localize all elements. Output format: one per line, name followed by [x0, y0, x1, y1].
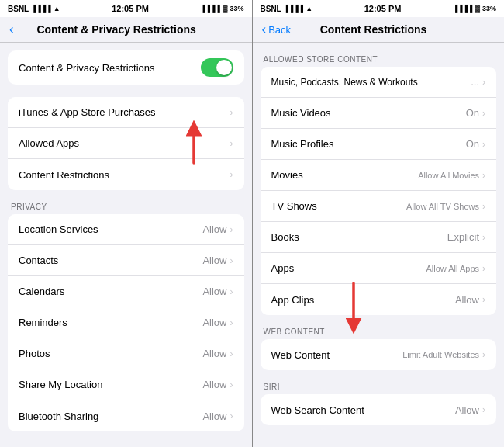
allowed-apps-label: Allowed Apps	[19, 137, 230, 149]
right-battery-icon: ▓	[475, 5, 480, 12]
movies-chevron-icon: ›	[482, 170, 485, 181]
right-signal2-icon: ▐▐▐▐	[453, 5, 473, 12]
share-location-row[interactable]: Share My Location Allow ›	[8, 369, 244, 400]
content-restrictions-chevron-icon: ›	[230, 169, 233, 180]
right-carrier: BSNL	[261, 5, 281, 13]
main-items-group: iTunes & App Store Purchases › Allowed A…	[8, 97, 244, 190]
music-videos-value: On	[466, 107, 479, 119]
music-podcasts-value: ...	[471, 76, 479, 88]
music-profiles-row[interactable]: Music Profiles On ›	[261, 129, 497, 160]
content-restrictions-row[interactable]: Content Restrictions ›	[8, 159, 244, 190]
left-battery-icon: ▓	[223, 5, 228, 12]
photos-label: Photos	[19, 348, 202, 359]
itunes-chevron-icon: ›	[230, 107, 233, 118]
tv-shows-value: Allow All TV Shows	[406, 202, 479, 211]
web-search-value: Allow	[455, 404, 479, 416]
left-carrier: BSNL	[8, 5, 29, 13]
contacts-chevron-icon: ›	[230, 255, 233, 266]
music-videos-row[interactable]: Music Videos On ›	[261, 98, 497, 129]
apps-row[interactable]: Apps Allow All Apps ›	[261, 253, 497, 284]
web-content-row[interactable]: Web Content Limit Adult Websites ›	[261, 339, 497, 370]
left-status-bar: BSNL ▐▐▐▐ ▲ 12:05 PM ▐▐▐▐ ▓ 33%	[0, 0, 252, 17]
movies-value: Allow All Movies	[418, 171, 479, 180]
web-content-title: WEB CONTENT	[253, 327, 505, 339]
web-content-chevron-icon: ›	[482, 349, 485, 360]
calendars-label: Calendars	[19, 286, 202, 297]
right-wifi-icon: ▲	[306, 5, 312, 12]
location-chevron-icon: ›	[230, 224, 233, 235]
allowed-store-section: ALLOWED STORE CONTENT Music, Podcasts, N…	[253, 55, 505, 315]
contacts-row[interactable]: Contacts Allow ›	[8, 245, 244, 276]
main-items-section: iTunes & App Store Purchases › Allowed A…	[0, 97, 252, 190]
right-status-left: BSNL ▐▐▐▐ ▲	[261, 5, 313, 13]
calendars-row[interactable]: Calendars Allow ›	[8, 276, 244, 307]
left-panel: BSNL ▐▐▐▐ ▲ 12:05 PM ▐▐▐▐ ▓ 33% ‹ Conten…	[0, 0, 252, 447]
photos-value: Allow	[202, 348, 226, 359]
music-podcasts-label: Music, Podcasts, News & Workouts	[271, 77, 471, 88]
books-row[interactable]: Books Explicit ›	[261, 222, 497, 253]
bluetooth-value: Allow	[202, 411, 226, 422]
photos-row[interactable]: Photos Allow ›	[8, 338, 244, 369]
bluetooth-row[interactable]: Bluetooth Sharing Allow ›	[8, 400, 244, 431]
right-signal-icon: ▐▐▐▐	[284, 5, 304, 12]
left-scroll: Content & Privacy Restrictions iTunes & …	[0, 43, 252, 447]
location-row[interactable]: Location Services Allow ›	[8, 214, 244, 245]
apps-chevron-icon: ›	[482, 263, 485, 274]
reminders-row[interactable]: Reminders Allow ›	[8, 307, 244, 338]
content-restrictions-label: Content Restrictions	[19, 169, 230, 181]
books-chevron-icon: ›	[482, 232, 485, 243]
movies-row[interactable]: Movies Allow All Movies ›	[261, 160, 497, 191]
contacts-value: Allow	[202, 255, 226, 266]
web-content-label: Web Content	[271, 349, 403, 361]
location-label: Location Services	[19, 224, 202, 235]
books-value: Explicit	[447, 231, 479, 243]
share-location-value: Allow	[202, 379, 226, 390]
allowed-apps-row[interactable]: Allowed Apps ›	[8, 128, 244, 159]
music-podcasts-chevron-icon: ›	[482, 77, 485, 88]
apps-value: Allow All Apps	[426, 264, 479, 273]
music-profiles-label: Music Profiles	[271, 138, 466, 150]
share-location-chevron-icon: ›	[230, 379, 233, 390]
left-status-right: ▐▐▐▐ ▓ 33%	[200, 5, 243, 12]
web-search-row[interactable]: Web Search Content Allow ›	[261, 394, 497, 425]
content-privacy-toggle[interactable]	[201, 58, 233, 77]
music-profiles-chevron-icon: ›	[482, 139, 485, 150]
right-panel: BSNL ▐▐▐▐ ▲ 12:05 PM ▐▐▐▐ ▓ 33% ‹ Back C…	[253, 0, 505, 447]
web-content-group: Web Content Limit Adult Websites ›	[261, 339, 497, 370]
right-scroll: ALLOWED STORE CONTENT Music, Podcasts, N…	[253, 43, 505, 447]
photos-chevron-icon: ›	[230, 348, 233, 359]
web-content-value: Limit Adult Websites	[402, 350, 479, 359]
tv-shows-row[interactable]: TV Shows Allow All TV Shows ›	[261, 191, 497, 222]
bluetooth-chevron-icon: ›	[230, 411, 233, 421]
left-signal-icon: ▐▐▐▐	[31, 5, 51, 12]
right-nav-bar: ‹ Back Content Restrictions	[253, 17, 505, 43]
allowed-store-title: ALLOWED STORE CONTENT	[253, 55, 505, 67]
tv-shows-label: TV Shows	[271, 200, 407, 212]
top-toggle-card: Content & Privacy Restrictions	[8, 50, 244, 85]
music-videos-label: Music Videos	[271, 107, 466, 119]
reminders-label: Reminders	[19, 317, 202, 328]
contacts-label: Contacts	[19, 255, 202, 266]
top-toggle-label: Content & Privacy Restrictions	[19, 62, 201, 74]
allowed-store-group: Music, Podcasts, News & Workouts ... › M…	[261, 67, 497, 315]
allowed-apps-chevron-icon: ›	[230, 138, 233, 149]
music-profiles-value: On	[466, 138, 479, 150]
left-nav-title: Content & Privacy Restrictions	[0, 23, 243, 36]
calendars-chevron-icon: ›	[230, 286, 233, 297]
itunes-row[interactable]: iTunes & App Store Purchases ›	[8, 97, 244, 128]
siri-section-label: SIRI	[253, 383, 505, 394]
left-nav-bar: ‹ Content & Privacy Restrictions	[0, 17, 252, 43]
tv-shows-chevron-icon: ›	[482, 201, 485, 212]
web-search-label: Web Search Content	[271, 404, 455, 416]
web-content-section: WEB CONTENT Web Content Limit Adult Webs…	[253, 327, 505, 370]
left-time: 12:05 PM	[112, 4, 149, 13]
app-clips-chevron-icon: ›	[482, 294, 485, 305]
reminders-chevron-icon: ›	[230, 317, 233, 328]
app-clips-value: Allow	[455, 294, 479, 306]
music-podcasts-row[interactable]: Music, Podcasts, News & Workouts ... ›	[261, 67, 497, 98]
movies-label: Movies	[271, 169, 419, 181]
apps-label: Apps	[271, 262, 426, 274]
app-clips-row[interactable]: App Clips Allow ›	[261, 284, 497, 315]
siri-group: Web Search Content Allow ›	[261, 394, 497, 425]
privacy-section-label: PRIVACY	[0, 203, 252, 214]
